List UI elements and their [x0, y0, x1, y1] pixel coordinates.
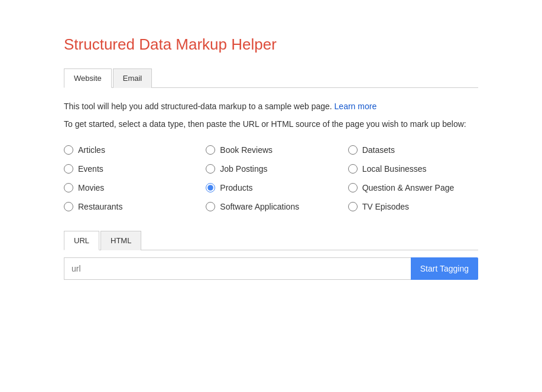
- radio-item-events[interactable]: Events: [64, 164, 194, 174]
- tab-website[interactable]: Website: [64, 68, 112, 88]
- radio-item-book-reviews[interactable]: Book Reviews: [206, 145, 336, 155]
- radio-label-local-businesses: Local Businesses: [362, 164, 427, 174]
- radio-label-articles: Articles: [78, 145, 105, 155]
- page-title: Structured Data Markup Helper: [64, 35, 478, 54]
- radio-tv-episodes[interactable]: [348, 202, 358, 211]
- radio-movies[interactable]: [64, 183, 73, 192]
- radio-datasets[interactable]: [348, 145, 358, 155]
- radio-question-answer[interactable]: [348, 183, 358, 192]
- radio-item-local-businesses[interactable]: Local Businesses: [348, 164, 478, 174]
- data-types-grid: Articles Book Reviews Datasets Events Jo…: [64, 145, 478, 211]
- radio-local-businesses[interactable]: [348, 164, 358, 174]
- description-line1: This tool will help you add structured-d…: [64, 100, 478, 113]
- radio-label-movies: Movies: [78, 183, 104, 192]
- url-input[interactable]: [64, 257, 411, 280]
- url-input-row: Start Tagging: [64, 257, 478, 280]
- radio-item-restaurants[interactable]: Restaurants: [64, 202, 194, 211]
- radio-label-tv-episodes: TV Episodes: [362, 202, 409, 211]
- radio-item-software-applications[interactable]: Software Applications: [206, 202, 336, 211]
- radio-articles[interactable]: [64, 145, 73, 155]
- radio-book-reviews[interactable]: [206, 145, 215, 155]
- radio-item-job-postings[interactable]: Job Postings: [206, 164, 336, 174]
- instruction-text: To get started, select a data type, then…: [64, 117, 478, 130]
- radio-label-job-postings: Job Postings: [220, 164, 267, 174]
- radio-item-datasets[interactable]: Datasets: [348, 145, 478, 155]
- radio-restaurants[interactable]: [64, 202, 73, 211]
- radio-products[interactable]: [206, 183, 215, 192]
- radio-label-restaurants: Restaurants: [78, 202, 122, 211]
- radio-job-postings[interactable]: [206, 164, 215, 174]
- input-tab-bar: URL HTML: [64, 230, 478, 250]
- radio-label-book-reviews: Book Reviews: [220, 145, 272, 155]
- radio-item-tv-episodes[interactable]: TV Episodes: [348, 202, 478, 211]
- radio-software-applications[interactable]: [206, 202, 215, 211]
- radio-events[interactable]: [64, 164, 73, 174]
- tab-url[interactable]: URL: [64, 231, 99, 250]
- radio-item-question-answer[interactable]: Question & Answer Page: [348, 183, 478, 192]
- tab-html[interactable]: HTML: [100, 231, 141, 250]
- radio-item-articles[interactable]: Articles: [64, 145, 194, 155]
- radio-label-events: Events: [78, 164, 103, 174]
- radio-label-products: Products: [220, 183, 252, 192]
- tab-email[interactable]: Email: [113, 68, 152, 88]
- radio-label-datasets: Datasets: [362, 145, 395, 155]
- learn-more-link[interactable]: Learn more: [335, 102, 377, 111]
- radio-label-software-applications: Software Applications: [220, 202, 299, 211]
- main-tab-bar: Website Email: [64, 68, 478, 88]
- radio-label-question-answer: Question & Answer Page: [362, 183, 455, 192]
- start-tagging-button[interactable]: Start Tagging: [411, 257, 478, 280]
- radio-item-products[interactable]: Products: [206, 183, 336, 192]
- radio-item-movies[interactable]: Movies: [64, 183, 194, 192]
